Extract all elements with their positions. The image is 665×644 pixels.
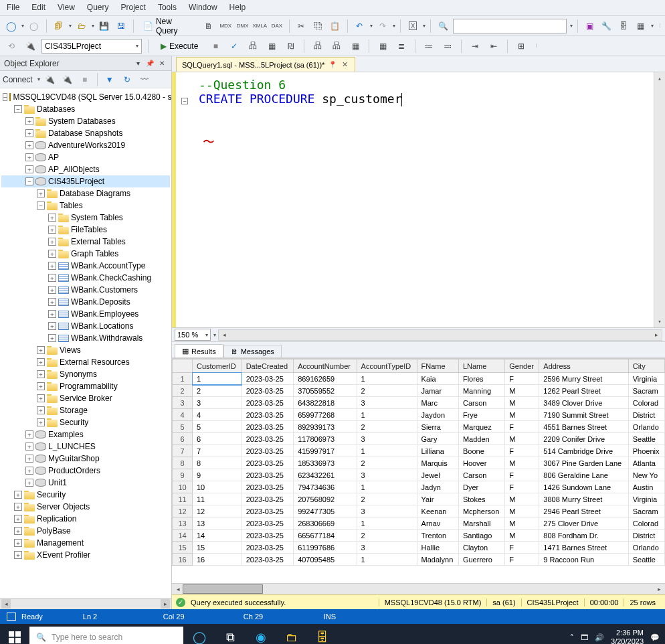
tree-item[interactable]: +AP — [1, 151, 170, 163]
grid-cell[interactable]: 3 — [357, 469, 417, 481]
grid-cell[interactable]: Jewel — [417, 469, 458, 481]
grid-cell[interactable]: 1 — [357, 481, 417, 493]
grid-cell[interactable]: Yair — [417, 493, 458, 505]
row-header[interactable]: 13 — [173, 517, 193, 530]
grid-cell[interactable]: Virginia — [628, 373, 664, 385]
grid-cell[interactable]: Austin — [628, 481, 664, 493]
grid-cell[interactable]: 869162659 — [294, 373, 357, 385]
grid-cell[interactable]: District — [628, 530, 664, 542]
task-view-icon[interactable]: ⧉ — [215, 624, 245, 644]
activity-icon[interactable]: 〰 — [137, 72, 152, 87]
grid-cell[interactable]: Gary — [417, 433, 458, 445]
grid-cell[interactable]: 1 — [357, 373, 417, 385]
menu-project[interactable]: Project — [121, 3, 146, 13]
grid-cell[interactable]: 3 — [357, 542, 417, 554]
tab-close-icon[interactable]: ✕ — [341, 60, 349, 69]
table-row[interactable]: 11112023-03-252075680922YairStokesM3808 … — [173, 493, 665, 505]
menu-tools[interactable]: Tools — [158, 3, 177, 13]
tree-item[interactable]: +Examples — [1, 428, 170, 440]
grid-cell[interactable]: Guerrero — [458, 554, 504, 566]
expand-icon[interactable]: − — [3, 93, 7, 101]
table-row[interactable]: 222023-03-253705595522JamarManningM1262 … — [173, 385, 665, 397]
client-stats-icon[interactable]: ▦ — [348, 39, 363, 54]
grid-cell[interactable]: 207568092 — [294, 493, 357, 505]
scroll-left-icon[interactable]: ◂ — [173, 584, 183, 594]
wrench-icon[interactable]: 🔧 — [599, 19, 613, 33]
scroll-right-icon[interactable]: ▸ — [652, 330, 661, 339]
column-header[interactable]: Gender — [505, 359, 539, 373]
menu-window[interactable]: Window — [189, 3, 217, 13]
properties-icon[interactable]: 🅇 — [405, 19, 419, 33]
tree-item[interactable]: −Tables — [1, 199, 170, 212]
grid-cell[interactable]: Boone — [458, 445, 504, 457]
tab-messages[interactable]: 🗎 Messages — [223, 345, 282, 357]
expand-icon[interactable]: + — [48, 274, 56, 282]
expand-icon[interactable]: + — [37, 370, 45, 378]
edge-icon[interactable]: ◉ — [246, 624, 276, 644]
grid-cell[interactable]: 2596 Murry Street — [539, 373, 628, 385]
tree-item[interactable]: −MSSQL19CVD48 (SQL Server 15.0.4280 - sa… — [1, 91, 170, 103]
tree-item[interactable]: +WBank.Deposits — [1, 296, 170, 308]
grid-cell[interactable]: M — [505, 457, 539, 469]
tree-item[interactable]: +Database Snapshots — [1, 127, 170, 139]
grid-cell[interactable]: 1426 Sundown Lane — [539, 481, 628, 493]
grid-cell[interactable]: 12 — [193, 505, 242, 517]
table-row[interactable]: 15152023-03-256119976863HallieClaytonF14… — [173, 542, 665, 554]
expand-icon[interactable]: + — [48, 262, 56, 270]
expand-icon[interactable]: + — [25, 455, 33, 463]
expand-icon[interactable]: + — [25, 141, 33, 149]
tray-up-icon[interactable]: ˄ — [570, 633, 574, 642]
grid-cell[interactable]: 3808 Murry Street — [539, 493, 628, 505]
expand-icon[interactable]: + — [25, 129, 33, 137]
ssms-icon[interactable]: 🗄 — [308, 624, 337, 644]
tree-item[interactable]: +WBank.CheckCashing — [1, 272, 170, 284]
grid-cell[interactable]: 275 Clover Drive — [539, 517, 628, 530]
tree-item[interactable]: +Server Objects — [1, 501, 170, 513]
grid-cell[interactable]: Carson — [458, 469, 504, 481]
scroll-up-icon[interactable]: ▴ — [655, 74, 664, 83]
tree-item[interactable]: +MyGuitarShop — [1, 453, 170, 465]
expand-icon[interactable]: + — [48, 334, 56, 342]
grid-cell[interactable]: 3489 Clover Drive — [539, 397, 628, 409]
new-project-icon[interactable]: 🗐 — [52, 19, 66, 33]
table-row[interactable]: 552023-03-258929391732SierraMarquezF4551… — [173, 421, 665, 433]
grid-cell[interactable]: 9 Raccoon Run — [539, 554, 628, 566]
grid-cell[interactable]: M — [505, 433, 539, 445]
expand-icon[interactable]: + — [25, 117, 33, 125]
outline-collapse-icon[interactable]: − — [181, 98, 188, 104]
table-row[interactable]: 12122023-03-259924773053KeenanMcphersonM… — [173, 505, 665, 517]
table-row[interactable]: 112023-03-258691626591KaiaFloresF2596 Mu… — [173, 373, 665, 385]
grid-cell[interactable]: 2 — [357, 457, 417, 469]
grid-cell[interactable]: 1 — [357, 517, 417, 530]
grid-cell[interactable]: Stokes — [458, 493, 504, 505]
grid-cell[interactable]: 1 — [193, 373, 242, 385]
expand-icon[interactable]: + — [37, 189, 45, 197]
db-engine-query-icon[interactable]: 🗎 — [201, 19, 215, 33]
filter-icon[interactable]: ▼ — [102, 72, 117, 87]
tree-item[interactable]: +Storage — [1, 404, 170, 416]
column-header[interactable]: AccountTypeID — [357, 359, 417, 373]
grid-cell[interactable]: 185336973 — [294, 457, 357, 469]
grid-cell[interactable]: 2023-03-25 — [242, 409, 293, 421]
grid-cell[interactable]: Seattle — [628, 433, 664, 445]
row-header[interactable]: 7 — [173, 445, 193, 457]
scrollbar-thumb[interactable] — [183, 584, 263, 594]
execute-button[interactable]: ▶ Execute — [155, 38, 204, 54]
connection-icon[interactable]: 🔌 — [23, 39, 37, 54]
grid-cell[interactable]: Sacram — [628, 385, 664, 397]
grid-cell[interactable]: Sacram — [628, 505, 664, 517]
grid-cell[interactable]: 407095485 — [294, 554, 357, 566]
expand-icon[interactable]: + — [25, 467, 33, 475]
results-grid-icon[interactable]: ▦ — [375, 39, 390, 54]
table-row[interactable]: 10102023-03-257947346361JadynDyerF1426 S… — [173, 481, 665, 493]
expand-icon[interactable]: + — [37, 418, 45, 426]
results-grid[interactable]: CustomerIDDateCreatedAccountNumberAccoun… — [172, 359, 665, 566]
grid-cell[interactable]: 4551 Barnes Street — [539, 421, 628, 433]
grid-cell[interactable]: Dyer — [458, 481, 504, 493]
grid-cell[interactable]: 8 — [193, 457, 242, 469]
grid-cell[interactable]: Hoover — [458, 457, 504, 469]
tree-item[interactable]: +Database Diagrams — [1, 187, 170, 199]
grid-cell[interactable]: F — [505, 373, 539, 385]
expand-icon[interactable]: − — [25, 177, 33, 185]
scroll-right-icon[interactable]: ▸ — [161, 599, 170, 609]
